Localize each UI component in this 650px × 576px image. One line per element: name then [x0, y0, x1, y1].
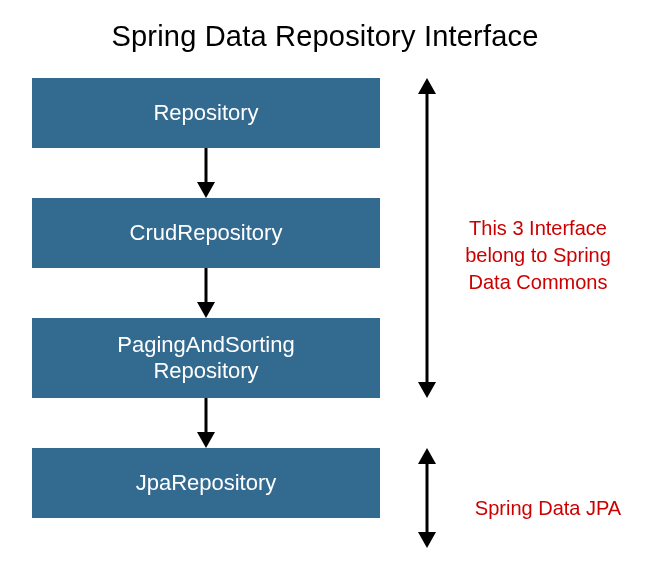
- svg-marker-7: [418, 78, 436, 94]
- svg-marker-1: [197, 182, 215, 198]
- box-paging-sorting-line2: Repository: [153, 358, 258, 383]
- bracket-arrow-jpa: [412, 448, 442, 548]
- arrow-1-2: [32, 148, 380, 198]
- arrow-down-icon: [192, 398, 220, 448]
- box-jpa-repository-label: JpaRepository: [136, 470, 277, 496]
- annotation-jpa: Spring Data JPA: [458, 495, 638, 522]
- annotation-commons-line2: belong to Spring: [465, 244, 611, 266]
- svg-marker-5: [197, 432, 215, 448]
- box-paging-sorting-repository: PagingAndSorting Repository: [32, 318, 380, 398]
- bracket-arrow-commons: [412, 78, 442, 398]
- diagram-title: Spring Data Repository Interface: [0, 0, 650, 61]
- box-repository: Repository: [32, 78, 380, 148]
- hierarchy-column: Repository CrudRepository PagingAndSorti…: [32, 78, 380, 518]
- svg-marker-10: [418, 448, 436, 464]
- arrow-down-icon: [192, 268, 220, 318]
- arrow-down-icon: [192, 148, 220, 198]
- box-crud-repository: CrudRepository: [32, 198, 380, 268]
- box-paging-sorting-label: PagingAndSorting Repository: [117, 332, 294, 385]
- box-repository-label: Repository: [153, 100, 258, 126]
- annotation-jpa-text: Spring Data JPA: [475, 497, 621, 519]
- annotation-commons-line1: This 3 Interface: [469, 217, 607, 239]
- svg-marker-11: [418, 532, 436, 548]
- box-jpa-repository: JpaRepository: [32, 448, 380, 518]
- box-crud-repository-label: CrudRepository: [130, 220, 283, 246]
- annotation-commons-line3: Data Commons: [469, 271, 608, 293]
- annotation-commons: This 3 Interface belong to Spring Data C…: [448, 215, 628, 296]
- arrow-2-3: [32, 268, 380, 318]
- box-paging-sorting-line1: PagingAndSorting: [117, 332, 294, 357]
- svg-marker-8: [418, 382, 436, 398]
- svg-marker-3: [197, 302, 215, 318]
- arrow-3-4: [32, 398, 380, 448]
